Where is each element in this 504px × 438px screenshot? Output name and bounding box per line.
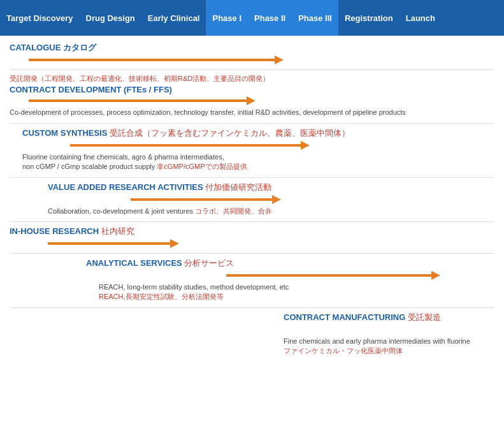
contract-dev-title-en: CONTRACT DEVELOPMENT (FTEs / FFS)	[10, 85, 494, 94]
contract-mfg-desc: Fine chemicals and early pharma intermed…	[284, 337, 494, 356]
contract-mfg-title: CONTRACT MANUFACTURING 受託製造	[284, 312, 494, 323]
contract-dev-desc: Co-development of processes, process opt…	[10, 108, 494, 117]
inhouse-title: IN-HOUSE RESEARCH 社内研究	[10, 226, 494, 237]
contract-dev-title-jp: 受託開発（工程開発、工程の最適化、技術移転、初期R&D活動、主要品目の開発）	[10, 74, 494, 84]
value-added-row: VALUE ADDED RESEARCH ACTIVITIES 付加価値研究活動…	[48, 182, 494, 216]
phase-target-discovery: Target Discovery	[0, 0, 80, 36]
custom-syn-arrow	[22, 141, 494, 150]
phases-container: Target Discovery Drug Design Early Clini…	[0, 0, 504, 36]
contract-mfg-arrow	[284, 325, 494, 334]
custom-syn-title: CUSTOM SYNTHESIS 受託合成（フッ素を含むファインケミカル、農薬、…	[22, 128, 494, 139]
phase-drug-design: Drug Design	[80, 0, 141, 36]
catalogue-arrow	[10, 55, 494, 64]
phase-1: Phase I	[206, 0, 248, 36]
analytical-desc: REACH, long-term stability studies, meth…	[99, 282, 494, 302]
phase-3: Phase III	[292, 0, 338, 36]
contract-dev-arrow	[10, 96, 494, 105]
custom-syn-row: CUSTOM SYNTHESIS 受託合成（フッ素を含むファインケミカル、農薬、…	[22, 128, 494, 172]
phase-early-clinical: Early Clinical	[141, 0, 206, 36]
contract-mfg-row: CONTRACT MANUFACTURING 受託製造 Fine chemica…	[284, 312, 494, 356]
header-banner: Target Discovery Drug Design Early Clini…	[0, 0, 504, 36]
catalogue-row: CATALOGUE カタログ	[10, 42, 494, 64]
custom-syn-desc: Fluorine containing fine chemicals, agro…	[22, 152, 494, 172]
phase-2: Phase II	[248, 0, 292, 36]
catalogue-title: CATALOGUE カタログ	[10, 42, 494, 54]
phase-registration: Registration	[338, 0, 400, 36]
phase-launch: Launch	[400, 0, 442, 36]
value-added-title: VALUE ADDED RESEARCH ACTIVITIES 付加価値研究活動	[48, 182, 494, 193]
value-added-arrow	[48, 195, 494, 204]
main-content: CATALOGUE カタログ 受託開発（工程開発、工程の最適化、技術移転、初期R…	[0, 36, 504, 374]
analytical-title: ANALYTICAL SERVICES 分析サービス	[86, 258, 494, 269]
analytical-arrow	[86, 271, 494, 280]
analytical-row: ANALYTICAL SERVICES 分析サービス REACH, long-t…	[86, 258, 494, 302]
inhouse-arrow	[10, 239, 494, 248]
inhouse-row: IN-HOUSE RESEARCH 社内研究	[10, 226, 494, 248]
value-added-desc: Collaboration, co-development & joint ve…	[48, 207, 494, 216]
contract-dev-row: 受託開発（工程開発、工程の最適化、技術移転、初期R&D活動、主要品目の開発） C…	[10, 74, 494, 118]
